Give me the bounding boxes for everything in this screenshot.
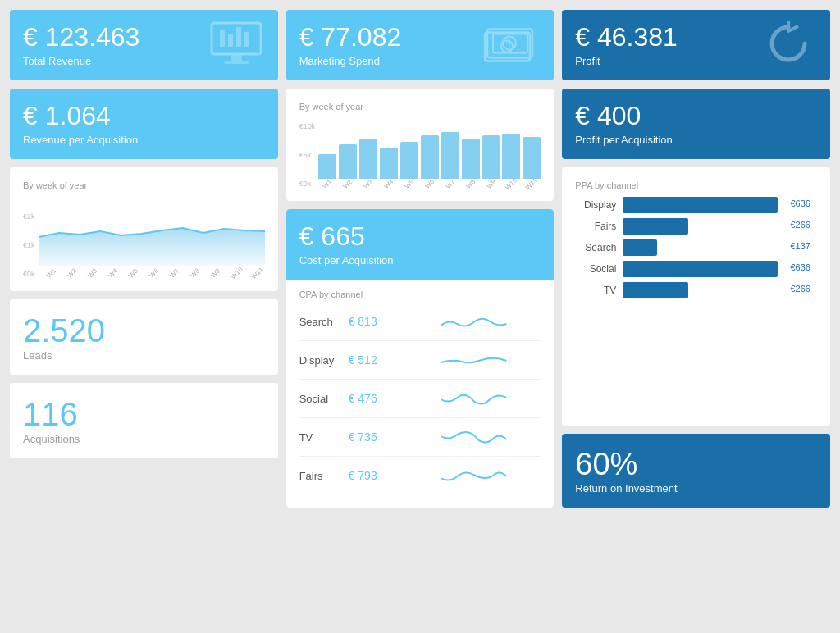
marketing-bar-chart: W1 W2 W3 W4 W5 W6 W7 W8 W9 W10 W11	[318, 113, 541, 188]
ppa-bar-search	[623, 239, 657, 256]
marketing-y-label-bot: €0k	[299, 180, 316, 188]
ppa-ch-search: Search	[575, 242, 616, 253]
profit-card: € 46.381 Profit	[562, 10, 830, 80]
cpa-row-display: Display € 512	[299, 341, 541, 380]
cpa-row-fairs: Fairs € 793	[299, 457, 541, 494]
monitor-icon	[208, 19, 265, 71]
marketing-chart-row: €10k €5k €0k	[299, 113, 541, 188]
ppa-row-search: Search €137	[575, 239, 778, 256]
ppa-bar-fairs	[623, 218, 687, 235]
svg-rect-3	[220, 30, 225, 47]
cpa-row-tv: TV € 735	[299, 418, 541, 457]
ppa-barwrap-social: €636	[623, 261, 778, 277]
cpa-table: Search € 813 Display € 512 Social € 476	[299, 303, 541, 494]
cpa-header: € 665 Cost per Acquisition	[286, 209, 555, 280]
cpa-row-search: Search € 813	[299, 303, 541, 341]
sparkline-display	[406, 348, 541, 372]
ppa-barwrap-display: €636	[623, 197, 778, 213]
ppa-row-social: Social €636	[575, 261, 778, 277]
svg-rect-5	[236, 27, 241, 47]
ppa-chart-card: PPA by channel Display €636 Fairs €266	[562, 167, 830, 426]
revenue-y-label-mid: €1k	[23, 241, 35, 249]
leads-card: 2.520 Leads	[10, 299, 278, 375]
marketing-y-label-mid: €5k	[299, 151, 316, 159]
cpa-row-social: Social € 476	[299, 380, 541, 418]
ppa-val-social: €636	[791, 262, 810, 272]
bar-w7	[441, 132, 459, 179]
bar-w10	[502, 134, 520, 179]
revenue-y-labels: €2k €1k €0k	[23, 212, 35, 278]
cpa-card: € 665 Cost per Acquisition CPA by channe…	[286, 209, 555, 508]
ppa-barwrap-search: €137	[623, 239, 778, 256]
roi-label: Return on Investment	[575, 482, 817, 494]
revenue-y-label-top: €2k	[23, 212, 35, 221]
leads-value: 2.520	[23, 312, 265, 349]
acquisitions-card: 116 Acquisitions	[10, 383, 278, 458]
rpa-card: € 1.064 Revenue per Acquisition	[10, 89, 278, 159]
svg-rect-10	[485, 33, 530, 61]
roi-card: 60% Return on Investment	[562, 434, 830, 508]
marketing-spend-card: € 77.082 Marketing Spend	[286, 10, 555, 80]
bar-w11	[523, 137, 541, 180]
revenue-chart-title: By week of year	[23, 180, 265, 190]
ppa-ch-fairs: Fairs	[575, 221, 616, 232]
marketing-chart-title: By week of year	[299, 102, 541, 112]
cpa-label: Cost per Acquisition	[299, 254, 541, 266]
ppa-section-title: PPA by channel	[575, 180, 817, 190]
column-3: € 46.381 Profit € 400 Profit per Acquisi…	[562, 10, 830, 508]
bar-w2	[339, 144, 357, 179]
ppa-ch-tv: TV	[575, 285, 616, 296]
marketing-x-labels: W1 W2 W3 W4 W5 W6 W7 W8 W9 W10 W11	[318, 180, 541, 188]
total-revenue-card: € 123.463 Total Revenue	[10, 10, 278, 80]
sparkline-social	[406, 386, 541, 411]
ppa-val-fairs: €266	[791, 220, 810, 230]
ppa-bar-tv	[623, 282, 687, 298]
acquisitions-label: Acquisitions	[23, 433, 265, 445]
leads-label: Leads	[23, 349, 265, 362]
revenue-x-labels: W1 W2 W3 W4 W5 W6 W7 W8 W9 W10 W11	[39, 271, 265, 278]
svg-rect-1	[231, 54, 242, 61]
ppa-row-tv: TV €266	[575, 282, 778, 298]
cpa-value: € 665	[299, 222, 541, 251]
revenue-chart-card: By week of year €2k €1k €0k	[10, 167, 278, 291]
revenue-area-chart: W1 W2 W3 W4 W5 W6 W7 W8 W9 W10 W11	[39, 192, 265, 278]
ppa-row-fairs: Fairs €266	[575, 218, 778, 235]
ppa-bar-social	[623, 261, 778, 277]
ppa-val-search: €137	[791, 241, 810, 251]
cpa-channel-fairs: Fairs	[299, 470, 349, 482]
bar-w9	[482, 135, 500, 179]
revenue-y-label-bot: €0k	[23, 270, 35, 278]
svg-rect-4	[228, 34, 233, 47]
ppa-barwrap-tv: €266	[623, 282, 778, 298]
ppa-card: € 400 Profit per Acquisition	[562, 89, 830, 159]
marketing-bars	[318, 113, 541, 179]
cpa-channel-display: Display	[299, 354, 349, 367]
svg-rect-6	[244, 32, 249, 47]
revenue-chart-row: €2k €1k €0k	[23, 192, 265, 278]
bar-w4	[380, 148, 398, 179]
cpa-value-display: € 512	[349, 353, 406, 367]
ppa-value: € 400	[575, 102, 817, 130]
dashboard: € 123.463 Total Revenue € 1.064 Revenue …	[10, 10, 830, 508]
marketing-y-labels: €10k €5k €0k	[299, 122, 316, 188]
cpa-value-tv: € 735	[349, 430, 406, 444]
sparkline-search	[406, 309, 541, 334]
refresh-icon	[760, 15, 817, 75]
cpa-value-search: € 813	[349, 315, 406, 328]
roi-value: 60%	[575, 447, 817, 482]
svg-rect-2	[224, 61, 249, 64]
cpa-value-social: € 476	[349, 392, 406, 405]
sparkline-fairs	[406, 463, 541, 488]
ppa-barwrap-fairs: €266	[623, 218, 778, 235]
bar-w5	[400, 142, 418, 180]
ppa-val-display: €636	[791, 198, 810, 208]
marketing-chart-card: By week of year €10k €5k €0k	[286, 89, 555, 201]
cpa-value-fairs: € 793	[349, 469, 406, 482]
ppa-bar-display	[623, 197, 778, 213]
bar-w1	[318, 154, 336, 179]
cash-icon	[483, 21, 541, 70]
column-1: € 123.463 Total Revenue € 1.064 Revenue …	[10, 10, 278, 508]
ppa-ch-social: Social	[575, 263, 616, 275]
cpa-channel-search: Search	[299, 316, 349, 328]
cpa-channel-social: Social	[299, 393, 349, 405]
